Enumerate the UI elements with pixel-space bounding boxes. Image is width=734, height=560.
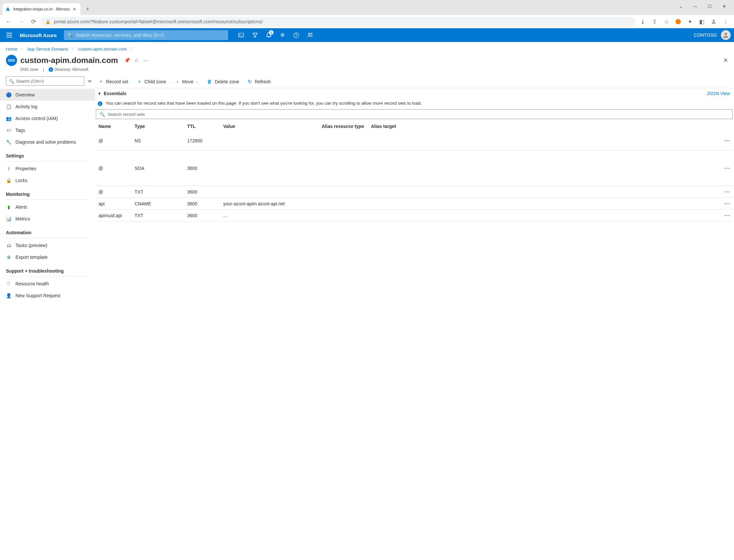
tenant-name[interactable]: CONTOSO (694, 32, 717, 38)
sidebar-item-diagnose[interactable]: 🔧Diagnose and solve problems (0, 136, 95, 148)
export-icon: 🖥 (6, 255, 11, 260)
sidebar-item-activity-log[interactable]: 📋Activity log (0, 101, 95, 113)
alerts-icon: ▮ (6, 204, 11, 210)
info-bar: i You can search for record sets that ha… (95, 99, 733, 108)
page-subtitle: DNS zone | iDirectory: Microsoft (0, 67, 734, 75)
close-blade-button[interactable]: ✕ (723, 57, 728, 64)
browser-menu-icon[interactable]: ⋮ (720, 16, 731, 27)
svg-point-7 (311, 33, 312, 34)
browser-install-icon[interactable]: ⤓ (638, 16, 648, 27)
main-content: ＋Record set ＋Child zone →Move⌄ 🗑Delete z… (95, 75, 734, 560)
table-row[interactable]: api CNAME 3600 your-azure-apim.azure-api… (95, 198, 733, 210)
more-icon[interactable]: ⋯ (141, 56, 150, 65)
window-minimize-button[interactable]: — (688, 1, 703, 11)
support-icon: 👤 (6, 293, 11, 298)
sidebar-item-export-template[interactable]: 🖥Export template (0, 251, 95, 263)
sidebar-item-tags[interactable]: 🏷Tags (0, 124, 95, 136)
table-row[interactable]: @ TXT 3600 ⋯ (95, 186, 733, 198)
sidebar-item-tasks[interactable]: 🗂Tasks (preview) (0, 239, 95, 251)
sidebar-item-properties[interactable]: ⦀Properties (0, 163, 95, 175)
browser-account-icon[interactable] (708, 16, 719, 27)
azure-search-box[interactable]: 🔍 (64, 30, 228, 40)
activity-log-icon: 📋 (6, 104, 11, 109)
pin-icon[interactable]: 📌 (122, 56, 132, 65)
row-more-button[interactable]: ⋯ (717, 137, 730, 144)
window-close-button[interactable]: ✕ (717, 1, 731, 11)
settings-icon[interactable]: ⚙ (276, 28, 289, 42)
browser-forward-button[interactable]: → (16, 16, 26, 27)
overview-icon: 🔵 (6, 92, 11, 97)
breadcrumb-home[interactable]: Home (6, 47, 17, 52)
row-more-button[interactable]: ⋯ (717, 164, 730, 172)
tab-add-button[interactable]: + (83, 5, 92, 14)
hamburger-menu-button[interactable] (3, 29, 15, 41)
json-view-link[interactable]: JSON View (707, 91, 730, 96)
col-name: Name (98, 124, 135, 129)
breadcrumb-resource[interactable]: custom-apim.domain.com (78, 47, 127, 52)
sidebar-group-settings: Settings (0, 148, 95, 160)
add-record-set-button[interactable]: ＋Record set (98, 77, 129, 86)
sidebar-item-locks[interactable]: 🔒Locks (0, 175, 95, 186)
properties-icon: ⦀ (6, 166, 11, 172)
user-avatar[interactable] (721, 30, 731, 40)
records-table: Name Type TTL Value Alias resource type … (95, 120, 733, 221)
tab-close-button[interactable]: ✕ (72, 7, 77, 12)
sidebar-group-support: Support + troubleshooting (0, 263, 95, 275)
browser-star-icon[interactable]: ☆ (661, 16, 672, 27)
breadcrumb-service[interactable]: App Service Domains (27, 47, 68, 52)
search-icon: 🔍 (67, 32, 73, 38)
breadcrumb: Home 〉 App Service Domains 〉 custom-apim… (0, 42, 734, 54)
record-search-box[interactable]: 🔍 Search record sets (96, 109, 733, 119)
row-more-button[interactable]: ⋯ (717, 188, 730, 196)
row-more-button[interactable]: ⋯ (717, 200, 730, 207)
browser-back-button[interactable]: ← (3, 16, 14, 27)
table-header: Name Type TTL Value Alias resource type … (95, 120, 733, 131)
table-row[interactable]: @ SOA 3600 ⋯ (95, 151, 733, 186)
browser-tab[interactable]: integration-ninjas.co.in - Microso ✕ (3, 3, 80, 15)
svg-point-8 (724, 33, 727, 35)
window-dropdown-icon[interactable]: ⌄ (674, 1, 688, 11)
search-icon: 🔍 (9, 79, 14, 84)
sidebar-search[interactable]: 🔍Search (Ctrl+/) (6, 76, 84, 86)
notification-badge: 1 (269, 30, 273, 35)
page-title: custom-apim.domain.com (20, 56, 118, 65)
chevron-down-icon: ▾ (98, 91, 100, 96)
table-row[interactable]: apimuid.api TXT 3600 ... ⋯ (95, 210, 733, 221)
notifications-icon[interactable]: 1 (262, 28, 275, 42)
breadcrumb-sep: 〉 (21, 47, 24, 52)
svg-point-0 (713, 20, 715, 22)
breadcrumb-sep: 〉 (130, 47, 134, 52)
browser-url: portal.azure.com/?feature.customportal=f… (54, 19, 262, 24)
azure-search-input[interactable] (75, 32, 225, 38)
cloud-shell-icon[interactable] (235, 28, 248, 42)
feedback-icon[interactable] (304, 28, 317, 42)
sidebar-collapse-button[interactable]: ≪ (88, 79, 92, 83)
sidebar-item-iam[interactable]: 👥Access control (IAM) (0, 113, 95, 124)
favorite-icon[interactable]: ☆ (132, 56, 141, 65)
table-row[interactable]: @ NS 172800 ⋯ (95, 131, 733, 151)
essentials-toggle[interactable]: ▾ Essentials JSON View (95, 88, 733, 99)
help-icon[interactable] (290, 28, 303, 42)
filter-icon[interactable] (248, 28, 262, 42)
browser-profile-icon[interactable] (673, 16, 683, 27)
browser-reload-button[interactable]: ⟳ (28, 16, 39, 27)
add-child-zone-button[interactable]: ＋Child zone (136, 77, 167, 86)
sidebar-item-overview[interactable]: 🔵Overview (0, 89, 95, 101)
sidebar-item-resource-health[interactable]: ♡Resource health (0, 278, 95, 290)
refresh-button[interactable]: ↻Refresh (247, 77, 271, 86)
browser-address-bar: ← → ⟳ 🔒 portal.azure.com/?feature.custom… (0, 15, 734, 28)
browser-share-icon[interactable]: ⇪ (649, 16, 660, 27)
sidebar-item-alerts[interactable]: ▮Alerts (0, 201, 95, 213)
browser-extensions-icon[interactable]: ✦ (685, 16, 695, 27)
move-button[interactable]: →Move⌄ (174, 77, 199, 86)
azure-brand[interactable]: Microsoft Azure (20, 32, 57, 38)
metrics-icon: 📊 (6, 216, 11, 221)
row-more-button[interactable]: ⋯ (717, 212, 730, 219)
window-maximize-button[interactable]: ☐ (703, 1, 717, 11)
col-ttl: TTL (187, 124, 223, 129)
browser-url-box[interactable]: 🔒 portal.azure.com/?feature.customportal… (41, 17, 636, 27)
browser-sidepanel-icon[interactable]: ◧ (697, 16, 707, 27)
sidebar-item-support-request[interactable]: 👤New Support Request (0, 290, 95, 301)
sidebar-item-metrics[interactable]: 📊Metrics (0, 213, 95, 225)
delete-zone-button[interactable]: 🗑Delete zone (206, 77, 240, 86)
